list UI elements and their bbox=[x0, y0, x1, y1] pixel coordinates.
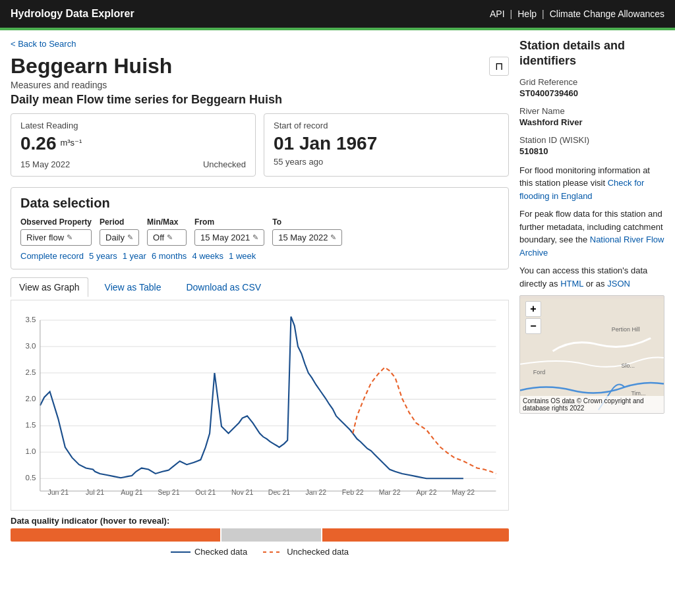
minmax-control[interactable]: Off ✎ bbox=[147, 229, 187, 246]
legend-unchecked-line bbox=[263, 551, 283, 553]
grid-reference-section: Grid Reference ST0400739460 bbox=[519, 77, 664, 98]
peak-text: For peak flow data for this station and … bbox=[519, 208, 664, 259]
map-copyright: Contains OS data © Crown copyright and d… bbox=[520, 396, 664, 413]
info-cards: Latest Reading 0.26 m³s⁻¹ 15 May 2022 Un… bbox=[11, 113, 509, 177]
climate-link[interactable]: Climate Change Allowances bbox=[550, 9, 664, 19]
latest-reading-label: Latest Reading bbox=[20, 121, 246, 130]
observed-property-field: Observed Property River flow ✎ bbox=[20, 217, 92, 246]
chart-container: 3.5 3.0 2.5 2.0 1.5 1.0 0.5 Jun 21 Jul 2… bbox=[11, 300, 509, 511]
nav-divider: | bbox=[510, 9, 513, 19]
svg-text:Oct 21: Oct 21 bbox=[195, 488, 216, 496]
help-link[interactable]: Help bbox=[517, 9, 537, 19]
latest-reading-number: 0.26 bbox=[20, 133, 57, 154]
quick-4weeks[interactable]: 4 weeks bbox=[192, 251, 223, 261]
grid-reference-value: ST0400739460 bbox=[519, 88, 664, 98]
station-id-value: 510810 bbox=[519, 146, 664, 156]
quick-1week[interactable]: 1 week bbox=[229, 251, 256, 261]
svg-text:Apr 22: Apr 22 bbox=[417, 488, 437, 496]
y-label-10: 1.0 bbox=[25, 447, 36, 455]
data-selection-title: Data selection bbox=[20, 196, 499, 211]
y-label-05: 0.5 bbox=[25, 474, 36, 482]
sidebar-title: Station details and identifiers bbox=[519, 38, 664, 69]
period-control[interactable]: Daily ✎ bbox=[100, 229, 139, 246]
minmax-value: Off bbox=[153, 233, 164, 242]
svg-text:Dec 21: Dec 21 bbox=[268, 488, 291, 496]
period-label: Period bbox=[100, 217, 139, 227]
svg-text:Slo...: Slo... bbox=[622, 362, 635, 369]
app-title: Hydrology Data Explorer bbox=[11, 8, 134, 20]
legend-unchecked: Unchecked data bbox=[263, 547, 349, 557]
river-name-section: River Name Washford River bbox=[519, 106, 664, 127]
ds-controls-row: Observed Property River flow ✎ Period Da… bbox=[20, 217, 499, 246]
page-title: Beggearn Huish bbox=[11, 54, 509, 78]
quick-links: Complete record 5 years 1 year 6 months … bbox=[20, 251, 499, 261]
from-control[interactable]: 15 May 2021 ✎ bbox=[194, 229, 264, 246]
to-field: To 15 May 2022 ✎ bbox=[272, 217, 342, 246]
top-bar: Hydrology Data Explorer API | Help | Cli… bbox=[0, 0, 675, 28]
start-record-ago: 55 years ago bbox=[274, 157, 499, 167]
quick-1year[interactable]: 1 year bbox=[123, 251, 146, 261]
svg-text:May 22: May 22 bbox=[452, 488, 475, 496]
start-record-date: 01 Jan 1967 bbox=[274, 133, 499, 154]
json-link[interactable]: JSON bbox=[607, 279, 630, 289]
api-link[interactable]: API bbox=[490, 9, 505, 19]
svg-text:Jan 22: Jan 22 bbox=[306, 488, 327, 496]
svg-text:Pertion Hill: Pertion Hill bbox=[612, 327, 640, 333]
pin-button[interactable]: ⊓ bbox=[489, 57, 509, 76]
page-subtitle: Measures and readings bbox=[11, 80, 509, 90]
unchecked-data-line bbox=[353, 368, 496, 474]
svg-text:Feb 22: Feb 22 bbox=[342, 488, 364, 496]
svg-text:Jul 21: Jul 21 bbox=[86, 488, 104, 496]
station-id-section: Station ID (WISKI) 510810 bbox=[519, 135, 664, 156]
map-zoom-in[interactable]: + bbox=[525, 301, 541, 317]
data-selection-panel: Data selection Observed Property River f… bbox=[11, 187, 509, 269]
start-of-record-card: Start of record 01 Jan 1967 55 years ago bbox=[264, 113, 509, 177]
map-zoom-out[interactable]: − bbox=[525, 318, 541, 334]
main-column: < Back to Search ⊓ Beggearn Huish Measur… bbox=[11, 38, 509, 557]
to-edit-icon: ✎ bbox=[330, 233, 336, 242]
chart-svg: 3.5 3.0 2.5 2.0 1.5 1.0 0.5 Jun 21 Jul 2… bbox=[16, 308, 503, 503]
from-edit-icon: ✎ bbox=[252, 233, 258, 242]
latest-reading-status: Unchecked bbox=[203, 159, 246, 169]
legend-unchecked-label: Unchecked data bbox=[287, 547, 349, 557]
river-name-label: River Name bbox=[519, 106, 664, 116]
tab-graph[interactable]: View as Graph bbox=[11, 277, 88, 297]
period-field: Period Daily ✎ bbox=[100, 217, 139, 246]
flood-text: For flood monitoring information at this… bbox=[519, 164, 664, 203]
minmax-field: Min/Max Off ✎ bbox=[147, 217, 187, 246]
start-record-label: Start of record bbox=[274, 121, 499, 130]
river-name-value: Washford River bbox=[519, 117, 664, 127]
dq-section: Data quality indicator (hover to reveal)… bbox=[11, 516, 509, 542]
y-label-15: 1.5 bbox=[25, 421, 36, 429]
y-label-25: 2.5 bbox=[25, 368, 36, 376]
tab-csv[interactable]: Download as CSV bbox=[177, 277, 270, 297]
to-label: To bbox=[272, 217, 342, 227]
chart-legend: Checked data Unchecked data bbox=[11, 547, 509, 557]
nav-divider2: | bbox=[542, 9, 544, 19]
svg-text:Aug 21: Aug 21 bbox=[121, 488, 143, 496]
observed-property-edit-icon: ✎ bbox=[67, 233, 73, 242]
svg-text:Ford: Ford bbox=[533, 369, 545, 376]
legend-checked-label: Checked data bbox=[194, 547, 247, 557]
quick-5years[interactable]: 5 years bbox=[89, 251, 117, 261]
top-nav: API | Help | Climate Change Allowances bbox=[490, 9, 664, 19]
latest-reading-value: 0.26 m³s⁻¹ bbox=[20, 133, 246, 154]
to-control[interactable]: 15 May 2022 ✎ bbox=[272, 229, 342, 246]
y-label-30: 3.0 bbox=[25, 342, 36, 350]
tab-table[interactable]: View as Table bbox=[96, 277, 170, 297]
svg-text:Nov 21: Nov 21 bbox=[231, 488, 254, 496]
minmax-edit-icon: ✎ bbox=[167, 233, 173, 242]
access-text: You can access this station's data direc… bbox=[519, 264, 664, 290]
map-container: + − Pertion Hill Slo... Ford Tim... Stil… bbox=[519, 295, 664, 414]
quick-complete-record[interactable]: Complete record bbox=[20, 251, 84, 261]
observed-property-value: River flow bbox=[26, 233, 64, 242]
svg-text:Mar 22: Mar 22 bbox=[379, 488, 401, 496]
observed-property-label: Observed Property bbox=[20, 217, 92, 227]
to-value: 15 May 2022 bbox=[278, 233, 328, 242]
observed-property-control[interactable]: River flow ✎ bbox=[20, 229, 92, 246]
back-link[interactable]: < Back to Search bbox=[11, 39, 76, 49]
svg-text:Jun 21: Jun 21 bbox=[47, 488, 69, 496]
quick-6months[interactable]: 6 months bbox=[152, 251, 187, 261]
dq-label: Data quality indicator (hover to reveal)… bbox=[11, 516, 509, 526]
html-link[interactable]: HTML bbox=[560, 279, 583, 289]
